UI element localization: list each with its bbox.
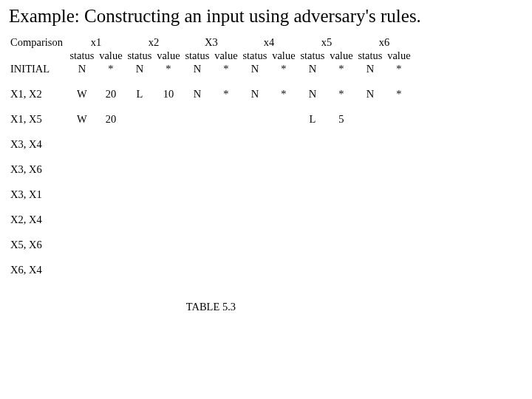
cell-value bbox=[270, 112, 298, 126]
row-label: X6, X4 bbox=[9, 263, 67, 276]
header-value: value bbox=[212, 49, 240, 62]
header-row-vars: Comparison x1 x2 X3 x4 x5 x6 bbox=[9, 35, 413, 49]
cell-status: W bbox=[67, 87, 97, 100]
row-label: X3, X4 bbox=[9, 137, 67, 151]
cell-status: N bbox=[240, 87, 270, 100]
table-row: X1, X5 W 20 L 5 bbox=[9, 112, 413, 126]
table-row: X5, X6 bbox=[9, 238, 413, 251]
cell-value: * bbox=[270, 62, 298, 75]
cell-value: 5 bbox=[327, 112, 355, 126]
cell-value: * bbox=[270, 87, 298, 100]
cell-status: L bbox=[125, 87, 154, 100]
cell-status: N bbox=[183, 62, 212, 75]
cell-value: * bbox=[212, 87, 240, 100]
cell-value: * bbox=[212, 62, 240, 75]
table-caption: TABLE 5.3 bbox=[9, 300, 413, 313]
cell-status bbox=[355, 112, 385, 126]
cell-status: N bbox=[67, 62, 97, 75]
cell-value: * bbox=[385, 87, 413, 100]
table-row: X3, X6 bbox=[9, 163, 413, 176]
table-row: X1, X2 W 20 L 10 N * N * N * N * bbox=[9, 87, 413, 100]
header-row-sub: status value status value status value s… bbox=[9, 49, 413, 62]
cell-value: 20 bbox=[97, 87, 125, 100]
table-row: X2, X4 bbox=[9, 213, 413, 226]
cell-status bbox=[240, 112, 270, 126]
header-comparison: Comparison bbox=[9, 35, 67, 49]
cell-value bbox=[212, 112, 240, 126]
row-label: X1, X2 bbox=[9, 87, 67, 100]
header-var: x5 bbox=[298, 35, 355, 49]
table-row: X3, X1 bbox=[9, 188, 413, 201]
cell-status: N bbox=[298, 87, 327, 100]
header-var: x1 bbox=[67, 35, 125, 49]
cell-value: * bbox=[385, 62, 413, 75]
row-label: X3, X1 bbox=[9, 188, 67, 201]
table-row: X6, X4 bbox=[9, 263, 413, 276]
cell-value bbox=[154, 112, 183, 126]
header-var: x6 bbox=[355, 35, 413, 49]
cell-value: 10 bbox=[154, 87, 183, 100]
header-var: X3 bbox=[183, 35, 240, 49]
header-var: x4 bbox=[240, 35, 298, 49]
header-status: status bbox=[355, 49, 385, 62]
header-value: value bbox=[385, 49, 413, 62]
row-label: X2, X4 bbox=[9, 213, 67, 226]
caption-row: TABLE 5.3 bbox=[9, 300, 413, 313]
header-var: x2 bbox=[125, 35, 183, 49]
header-value: value bbox=[154, 49, 183, 62]
cell-status bbox=[125, 112, 154, 126]
row-label: X1, X5 bbox=[9, 112, 67, 126]
cell-status: N bbox=[355, 87, 385, 100]
header-status: status bbox=[240, 49, 270, 62]
cell-status: N bbox=[355, 62, 385, 75]
adversary-table: Comparison x1 x2 X3 x4 x5 x6 status valu… bbox=[9, 35, 413, 313]
row-label: X5, X6 bbox=[9, 238, 67, 251]
header-value: value bbox=[327, 49, 355, 62]
cell-value: 20 bbox=[97, 112, 125, 126]
header-status: status bbox=[298, 49, 327, 62]
row-label: INITIAL bbox=[9, 62, 67, 75]
cell-status: N bbox=[240, 62, 270, 75]
cell-value: * bbox=[154, 62, 183, 75]
cell-value: * bbox=[97, 62, 125, 75]
cell-status: N bbox=[298, 62, 327, 75]
cell-status bbox=[183, 112, 212, 126]
cell-value bbox=[385, 112, 413, 126]
header-value: value bbox=[270, 49, 298, 62]
header-status: status bbox=[67, 49, 97, 62]
cell-status: W bbox=[67, 112, 97, 126]
table-row: INITIAL N * N * N * N * N * N * bbox=[9, 62, 413, 75]
table-row: X3, X4 bbox=[9, 137, 413, 151]
header-value: value bbox=[97, 49, 125, 62]
row-label: X3, X6 bbox=[9, 163, 67, 176]
header-status: status bbox=[125, 49, 154, 62]
cell-value: * bbox=[327, 87, 355, 100]
cell-status: N bbox=[125, 62, 154, 75]
cell-status: L bbox=[298, 112, 327, 126]
header-status: status bbox=[183, 49, 212, 62]
page-title: Example: Constructing an input using adv… bbox=[9, 6, 523, 27]
cell-value: * bbox=[327, 62, 355, 75]
cell-status: N bbox=[183, 87, 212, 100]
